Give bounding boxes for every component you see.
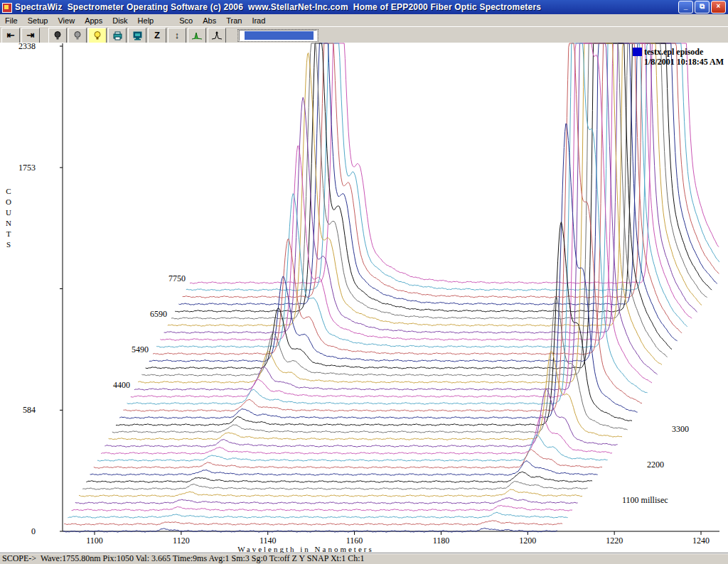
spectrum-trace — [109, 351, 622, 440]
spectrum-trace — [168, 43, 702, 326]
spectrum-trace — [75, 498, 578, 504]
y-tick-label: 584 — [23, 405, 36, 415]
minimize-button[interactable]: _ — [678, 1, 693, 13]
app-icon — [2, 2, 12, 12]
time-label-right: 2200 — [647, 460, 664, 470]
time-label-right: 3300 — [672, 424, 689, 434]
x-tick-label: 1100 — [86, 536, 103, 546]
scan-progress-bar — [237, 29, 318, 42]
time-label-left: 5490 — [132, 345, 149, 354]
menu-item-tran[interactable]: Tran — [221, 16, 247, 26]
vertical-scale-button[interactable]: ↕ — [168, 28, 186, 43]
window-title: SpectraWiz Spectrometer Operating Softwa… — [15, 2, 678, 12]
spectrum-trace — [86, 472, 592, 482]
legend-timestamp: 1/8/2001 10:18:45 AM — [633, 57, 724, 67]
time-label-left: 4400 — [113, 380, 130, 390]
spectrum-trace — [171, 43, 707, 319]
chart-area: 0584175323381100112011401160118012001220… — [0, 43, 728, 553]
chart-legend: testx.epl episode 1/8/2001 10:18:45 AM — [633, 47, 724, 67]
title-bar: SpectraWiz Spectrometer Operating Softwa… — [0, 0, 728, 14]
menu-bar: FileSetupViewAppsDiskHelpScoAbsTranIrad — [0, 14, 728, 26]
status-text: SCOPE-> Wave:1755.80nm Pix:1050 Val: 3.6… — [2, 553, 365, 564]
peak-arrow-icon — [211, 31, 223, 40]
dark-lamp-button[interactable] — [48, 28, 67, 43]
toolbar: ⇤⇥Z↕ — [0, 26, 728, 44]
menu-item-abs[interactable]: Abs — [198, 16, 221, 26]
spectrum-trace — [82, 482, 587, 490]
spectrum-trace — [79, 489, 582, 497]
time-label-left: 7750 — [168, 273, 186, 283]
restore-button[interactable]: ⧉ — [695, 1, 710, 13]
spectrum-trace — [68, 512, 567, 518]
menu-item-irad[interactable]: Irad — [247, 16, 270, 26]
monitor-icon — [132, 31, 143, 40]
menu-item-file[interactable]: File — [0, 16, 23, 26]
time-label-left: 6590 — [150, 309, 167, 319]
peak-hold-button[interactable] — [208, 28, 226, 43]
spectrum-trace — [175, 43, 712, 312]
lamp-dim-icon — [73, 31, 82, 40]
dim-lamp-button[interactable] — [68, 28, 87, 43]
progress-track — [239, 30, 317, 41]
spectrum-peak-button[interactable] — [188, 28, 206, 43]
x-tick-label: 1160 — [346, 536, 363, 546]
spectrum-trace — [141, 43, 667, 376]
menu-item-apps[interactable]: Apps — [80, 16, 107, 26]
menu-item-disk[interactable]: Disk — [107, 16, 132, 26]
x-tick-label: 1200 — [519, 536, 536, 546]
spectrum-trace — [178, 43, 717, 305]
spectrum-trace — [160, 43, 692, 340]
monitor-button[interactable] — [128, 28, 146, 43]
x-tick-label: 1120 — [173, 536, 190, 546]
x-tick-label: 1220 — [606, 536, 623, 546]
lamp-on-icon — [92, 31, 102, 40]
menu-item-sco[interactable]: Sco — [174, 16, 198, 26]
spectrum-trace — [90, 461, 598, 476]
spectrum-trace — [190, 43, 719, 283]
menu-item-help[interactable]: Help — [133, 16, 159, 26]
go-right-limit-button[interactable]: ⇥ — [21, 28, 40, 43]
menu-item-setup[interactable]: Setup — [23, 16, 53, 26]
spectrum-trace — [101, 416, 612, 455]
zoom-z-button[interactable]: Z — [148, 28, 166, 43]
x-tick-label: 1140 — [259, 536, 277, 546]
status-bar: SCOPE-> Wave:1755.80nm Pix:1050 Val: 3.6… — [0, 553, 728, 564]
spectrum-trace — [112, 297, 628, 433]
legend-swatch — [633, 48, 642, 56]
x-tick-label: 1180 — [433, 536, 450, 546]
close-button[interactable]: × — [711, 1, 726, 13]
spectrum-trace — [72, 506, 572, 511]
print-button[interactable] — [108, 28, 127, 43]
episode-waterfall-chart[interactable]: 0584175323381100112011401160118012001220… — [0, 43, 728, 553]
menu-item-view[interactable]: View — [53, 16, 80, 26]
x-axis-label: Wavelength in Nanometers — [237, 545, 373, 553]
go-left-limit-button[interactable]: ⇤ — [1, 28, 20, 43]
spectrum-trace — [186, 43, 719, 291]
spectrum-trace — [123, 43, 642, 411]
time-label-right: 1100 millisec — [622, 495, 668, 505]
y-tick-label: 0 — [31, 526, 36, 536]
lamp-on-button[interactable] — [88, 28, 107, 43]
y-tick-label: 1753 — [18, 163, 36, 173]
spectrum-trace — [64, 521, 562, 525]
progress-fill — [245, 31, 314, 40]
y-tick-label: 2338 — [18, 43, 36, 51]
y-axis-label: COUNTS — [4, 186, 13, 250]
legend-file-label: testx.epl episode — [644, 47, 703, 57]
printer-icon — [112, 31, 123, 40]
lamp-dark-icon — [53, 31, 63, 40]
x-tick-label: 1240 — [692, 536, 710, 546]
green-peak-icon — [191, 31, 203, 40]
